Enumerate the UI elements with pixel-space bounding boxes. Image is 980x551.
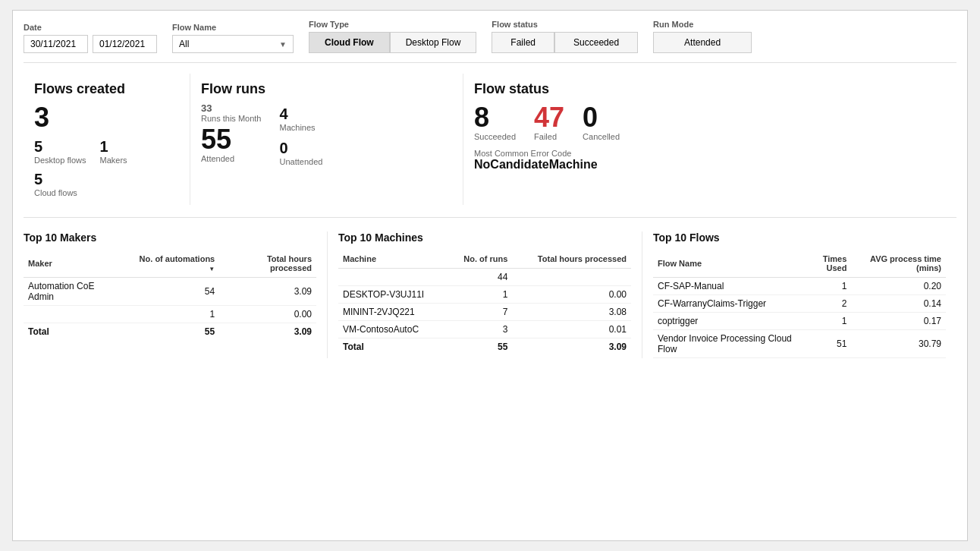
run-mode-label: Run Mode bbox=[653, 20, 752, 29]
table-row: CF-SAP-Manual 1 0.20 bbox=[653, 278, 946, 295]
machine-name: VM-ContosoAutoC bbox=[338, 321, 448, 338]
cloud-flows-num: 5 bbox=[34, 171, 42, 188]
succeeded-item: 8 Succeeded bbox=[474, 102, 516, 142]
flow-runs-title: Flow runs bbox=[201, 81, 452, 98]
run-mode-buttons: Attended bbox=[653, 32, 752, 53]
metrics-row: Flows created 3 5 Desktop flows 1 Makers… bbox=[24, 74, 956, 218]
machine-hours bbox=[512, 269, 631, 286]
cloud-flows-label: Cloud flows bbox=[34, 188, 77, 197]
flow-avg: 30.79 bbox=[851, 330, 946, 358]
table-row: CF-WarranyClaims-Trigger 2 0.14 bbox=[653, 295, 946, 313]
table-row: coptrigger 1 0.17 bbox=[653, 313, 946, 330]
makers-total-label: Total bbox=[24, 323, 126, 341]
machines-col-machine: Machine bbox=[338, 251, 448, 269]
flow-name: Vendor Invoice Processing Cloud Flow bbox=[653, 330, 800, 358]
succeeded-label: Succeeded bbox=[474, 132, 516, 141]
date-end-input[interactable]: 01/12/2021 bbox=[93, 35, 157, 53]
machines-label: Machines bbox=[279, 123, 315, 132]
maker-automations: 54 bbox=[126, 278, 220, 306]
flows-col-avg: AVG process time (mins) bbox=[851, 251, 946, 278]
date-start-input[interactable]: 30/11/2021 bbox=[24, 35, 88, 53]
table-row: Vendor Invoice Processing Cloud Flow 51 … bbox=[653, 330, 946, 358]
table-row: Automation CoE Admin 54 3.09 bbox=[24, 278, 316, 306]
flows-table-header: Flow Name Times Used AVG process time (m… bbox=[653, 251, 946, 278]
failed-status-btn[interactable]: Failed bbox=[492, 32, 554, 53]
top10-flows-section: Top 10 Flows Flow Name Times Used AVG pr… bbox=[642, 231, 956, 358]
unattended-item: 0 Unattended bbox=[279, 140, 322, 166]
desktop-flow-btn[interactable]: Desktop Flow bbox=[390, 32, 477, 53]
machine-hours: 0.01 bbox=[512, 321, 631, 338]
flow-status-buttons: Failed Succeeded bbox=[492, 32, 638, 53]
machines-table-header: Machine No. of runs Total hours processe… bbox=[338, 251, 631, 269]
attended-run-mode-btn[interactable]: Attended bbox=[653, 32, 752, 53]
machine-hours: 0.00 bbox=[512, 286, 631, 304]
top10-makers-table: Maker No. of automations ▼ Total hours p… bbox=[24, 251, 316, 340]
machines-total-runs: 55 bbox=[448, 338, 512, 356]
flow-times: 51 bbox=[800, 330, 852, 358]
flow-avg: 0.20 bbox=[851, 278, 946, 295]
machines-col-runs: No. of runs bbox=[448, 251, 512, 269]
makers-col-maker: Maker bbox=[24, 251, 126, 278]
flow-status-filter-label: Flow status bbox=[492, 20, 638, 29]
machine-runs: 3 bbox=[448, 321, 512, 338]
flow-runs-card: Flow runs 33 Runs this Month 55 Attended… bbox=[190, 74, 463, 205]
flows-col-times: Times Used bbox=[800, 251, 852, 278]
machines-total-hours: 3.09 bbox=[512, 338, 631, 356]
flow-type-buttons: Cloud Flow Desktop Flow bbox=[309, 32, 476, 53]
flow-name-filter-group: Flow Name All ▼ bbox=[172, 23, 294, 53]
machine-runs: 7 bbox=[448, 304, 512, 321]
top10-makers-section: Top 10 Makers Maker No. of automations ▼… bbox=[24, 231, 328, 358]
failed-item: 47 Failed bbox=[534, 102, 564, 142]
maker-automations: 1 bbox=[126, 306, 220, 323]
table-row: MININT-2VJQ221 7 3.08 bbox=[338, 304, 631, 321]
flow-name-select[interactable]: All ▼ bbox=[172, 35, 294, 53]
maker-hours: 3.09 bbox=[219, 278, 316, 306]
flow-status-title: Flow status bbox=[474, 81, 946, 98]
top10-machines-section: Top 10 Machines Machine No. of runs Tota… bbox=[328, 231, 642, 358]
machines-num: 4 bbox=[279, 105, 287, 123]
cancelled-item: 0 Cancelled bbox=[583, 102, 620, 142]
machine-runs: 1 bbox=[448, 286, 512, 304]
flows-created-sub: 5 Desktop flows 1 Makers 5 Cloud flows bbox=[34, 138, 179, 197]
date-range: 30/11/2021 01/12/2021 bbox=[24, 35, 157, 53]
top10-makers-title: Top 10 Makers bbox=[24, 231, 316, 244]
flows-col-name: Flow Name bbox=[653, 251, 800, 278]
flow-runs-value: 55 bbox=[201, 124, 261, 155]
makers-total-automations: 55 bbox=[126, 323, 220, 341]
cancelled-label: Cancelled bbox=[583, 132, 620, 141]
machine-name bbox=[338, 269, 448, 286]
machines-total-label: Total bbox=[338, 338, 448, 356]
makers-col-hours: Total hours processed bbox=[219, 251, 316, 278]
attended-label: Attended bbox=[201, 154, 261, 163]
unattended-label: Unattended bbox=[279, 157, 322, 166]
makers-num: 1 bbox=[99, 138, 108, 156]
flow-name-label: Flow Name bbox=[172, 23, 294, 32]
filters-row: Date 30/11/2021 01/12/2021 Flow Name All… bbox=[24, 20, 956, 63]
flow-status-filter-group: Flow status Failed Succeeded bbox=[492, 20, 638, 53]
table-row: DESKTOP-V3UJ11I 1 0.00 bbox=[338, 286, 631, 304]
maker-name bbox=[24, 306, 126, 323]
flow-times: 2 bbox=[800, 295, 852, 313]
runs-this-month-num: 33 bbox=[201, 102, 261, 114]
makers-total-hours: 3.09 bbox=[219, 323, 316, 341]
error-code-section: Most Common Error Code NoCandidateMachin… bbox=[474, 149, 946, 172]
flow-times: 1 bbox=[800, 313, 852, 330]
flows-created-title: Flows created bbox=[34, 81, 179, 98]
flow-status-card: Flow status 8 Succeeded 47 Failed 0 Canc… bbox=[463, 74, 956, 205]
flow-name-value: All bbox=[179, 39, 189, 49]
top10-machines-table: Machine No. of runs Total hours processe… bbox=[338, 251, 631, 355]
date-filter-group: Date 30/11/2021 01/12/2021 bbox=[24, 23, 157, 53]
top10-machines-title: Top 10 Machines bbox=[338, 231, 631, 244]
flow-type-label: Flow Type bbox=[309, 20, 476, 29]
run-mode-filter-group: Run Mode Attended bbox=[653, 20, 752, 53]
cloud-flow-btn[interactable]: Cloud Flow bbox=[309, 32, 390, 53]
machine-name: DESKTOP-V3UJ11I bbox=[338, 286, 448, 304]
runs-this-month-label: Runs this Month bbox=[201, 114, 261, 123]
flow-name: CF-WarranyClaims-Trigger bbox=[653, 295, 800, 313]
flows-created-sub-row1: 5 Desktop flows 1 Makers bbox=[34, 138, 179, 165]
failed-label: Failed bbox=[534, 132, 557, 141]
makers-item: 1 Makers bbox=[99, 138, 127, 165]
cancelled-num: 0 bbox=[583, 102, 598, 133]
succeeded-status-btn[interactable]: Succeeded bbox=[554, 32, 638, 53]
machines-item: 4 Machines bbox=[279, 105, 322, 132]
